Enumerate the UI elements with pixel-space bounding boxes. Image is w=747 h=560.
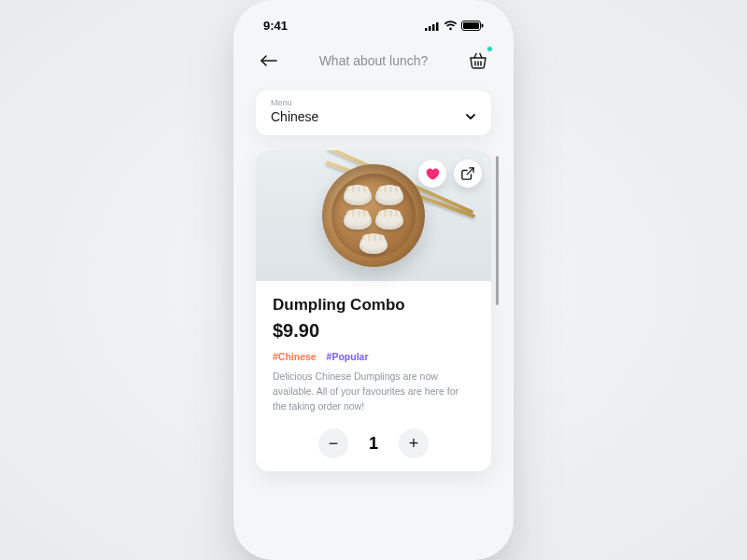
top-bar: What about lunch? <box>250 44 497 87</box>
quantity-stepper: − 1 + <box>273 428 474 458</box>
arrow-left-icon <box>260 54 278 67</box>
share-button[interactable] <box>454 160 482 188</box>
status-time: 9:41 <box>263 19 288 33</box>
heart-icon <box>426 167 440 180</box>
phone-frame: 9:41 What about lunch? Menu Chinese <box>233 0 514 560</box>
product-price: $9.90 <box>273 320 474 342</box>
svg-rect-1 <box>429 26 431 31</box>
menu-select-value: Chinese <box>271 109 318 124</box>
svg-rect-6 <box>482 24 484 28</box>
menu-select-label: Menu <box>271 98 476 107</box>
back-button[interactable] <box>256 48 282 74</box>
scroll-indicator[interactable] <box>496 156 499 305</box>
chevron-down-icon <box>465 113 476 120</box>
product-card-wrap: Dumpling Combo $9.90 #Chinese #Popular D… <box>256 150 491 471</box>
decrement-button[interactable]: − <box>318 428 348 458</box>
wifi-icon <box>444 21 458 31</box>
product-image <box>256 150 491 281</box>
cart-badge <box>486 46 493 52</box>
menu-select[interactable]: Menu Chinese <box>256 91 491 135</box>
tag-chinese[interactable]: #Chinese <box>273 351 317 362</box>
product-name: Dumpling Combo <box>273 296 474 315</box>
svg-rect-5 <box>463 22 479 29</box>
status-indicators <box>425 21 484 31</box>
svg-rect-2 <box>432 24 435 31</box>
product-description: Delicious Chinese Dumplings are now avai… <box>273 370 469 413</box>
svg-rect-3 <box>436 22 439 31</box>
basket-icon <box>469 52 487 69</box>
page-title: What about lunch? <box>282 53 465 68</box>
cart-button[interactable] <box>465 48 491 74</box>
product-body: Dumpling Combo $9.90 #Chinese #Popular D… <box>256 281 491 471</box>
favorite-button[interactable] <box>418 160 446 188</box>
svg-rect-0 <box>425 28 428 31</box>
status-bar: 9:41 <box>250 15 497 44</box>
increment-button[interactable]: + <box>399 428 429 458</box>
external-link-icon <box>461 167 474 180</box>
quantity-value: 1 <box>365 434 382 454</box>
product-actions <box>418 160 482 188</box>
battery-icon <box>461 21 484 31</box>
product-card: Dumpling Combo $9.90 #Chinese #Popular D… <box>256 150 491 471</box>
tag-popular[interactable]: #Popular <box>327 351 369 362</box>
plate-illustration <box>322 164 425 267</box>
product-tags: #Chinese #Popular <box>273 351 474 362</box>
cellular-icon <box>425 21 440 31</box>
